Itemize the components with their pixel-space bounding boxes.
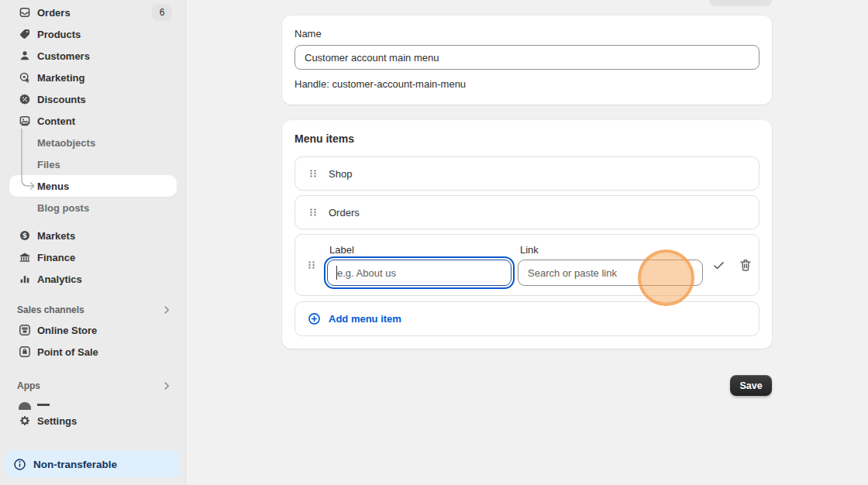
menu-items-title: Menu items (294, 132, 760, 145)
discounts-icon (19, 93, 31, 105)
link-input[interactable] (518, 260, 703, 286)
confirm-menu-item-button[interactable] (712, 259, 725, 272)
pos-icon (19, 346, 31, 358)
sidebar-item-label: Finance (37, 252, 75, 263)
sidebar-item-label: Analytics (37, 273, 82, 285)
products-icon (19, 28, 31, 40)
sidebar-item-label: Files (37, 159, 60, 170)
apps-label: Apps (17, 380, 40, 391)
main-content: Name Handle: customer-account-main-menu … (187, 0, 868, 485)
sidebar-item-orders[interactable]: Orders 6 (9, 2, 177, 23)
sidebar-item-label: Online Store (37, 325, 97, 336)
partial-top-button[interactable] (709, 0, 772, 6)
sidebar-item-label: Discounts (37, 94, 86, 105)
label-field-group: Label (327, 244, 512, 286)
settings-icon (19, 414, 31, 427)
handle-text: Handle: customer-account-main-menu (294, 78, 760, 90)
save-button[interactable]: Save (730, 375, 772, 396)
sidebar-item-label: Settings (37, 415, 77, 427)
link-field-label: Link (520, 244, 703, 256)
delete-menu-item-button[interactable] (739, 258, 753, 273)
sales-channels-header[interactable]: Sales channels (9, 301, 177, 319)
sidebar-item-analytics[interactable]: Analytics (9, 268, 177, 290)
info-icon (13, 458, 26, 471)
editor-actions (712, 258, 753, 273)
app-icon (19, 402, 31, 410)
non-transferable-label: Non-transferable (33, 459, 117, 470)
sidebar-item-label: Orders (37, 7, 71, 19)
drag-handle-icon[interactable] (306, 259, 317, 271)
sidebar-item-customers[interactable]: Customers (9, 45, 177, 67)
sidebar-item-finance[interactable]: Finance (9, 246, 177, 268)
sidebar-item-label: Marketing (37, 72, 84, 84)
sidebar-item-metaobjects[interactable]: Metaobjects (9, 132, 177, 153)
sidebar-item-marketing[interactable]: Marketing (9, 67, 177, 88)
online-store-icon (19, 324, 31, 336)
link-field-group: Link (518, 244, 703, 286)
trash-icon (739, 258, 753, 273)
sidebar-item-point-of-sale[interactable]: Point of Sale (9, 341, 177, 363)
menu-item-label: Shop (329, 168, 352, 180)
chevron-right-icon (161, 380, 172, 391)
menu-item-row[interactable]: Orders (294, 195, 760, 229)
sidebar-item-label: Blog posts (37, 202, 89, 214)
sidebar-item-label: Products (37, 29, 81, 40)
new-menu-item-editor-row: Label Link (294, 234, 760, 296)
menu-item-row[interactable]: Shop (294, 157, 760, 191)
add-menu-item-label: Add menu item (329, 313, 401, 325)
name-card: Name Handle: customer-account-main-menu (282, 15, 772, 105)
apps-header[interactable]: Apps (9, 377, 177, 395)
text-cursor (336, 266, 337, 280)
clipped-app-item[interactable] (9, 397, 177, 410)
add-menu-item-button[interactable]: Add menu item (294, 301, 760, 336)
drag-handle-icon[interactable] (308, 206, 319, 218)
sidebar-item-settings[interactable]: Settings (9, 410, 177, 432)
sidebar-item-menus[interactable]: Menus (9, 175, 177, 197)
sidebar-item-files[interactable]: Files (9, 153, 177, 175)
sidebar-item-discounts[interactable]: Discounts (9, 88, 177, 110)
customers-icon (19, 50, 31, 62)
svg-text:$: $ (22, 232, 27, 239)
non-transferable-badge[interactable]: Non-transferable (4, 450, 180, 478)
sidebar-spacer (0, 290, 185, 301)
name-field-label: Name (294, 28, 760, 40)
sidebar-spacer (0, 218, 185, 225)
menu-item-label: Orders (329, 207, 360, 218)
plus-circle-icon (308, 312, 321, 325)
orders-icon (19, 6, 31, 19)
label-field-label: Label (329, 244, 512, 256)
sales-channels-label: Sales channels (17, 304, 84, 315)
drag-handle-icon[interactable] (308, 167, 319, 180)
editor-fields: Label Link (327, 244, 703, 286)
sidebar-item-label: Metaobjects (37, 137, 95, 149)
sidebar-item-label: Menus (37, 181, 69, 192)
menu-name-input[interactable] (294, 45, 760, 70)
sidebar: Orders 6 Products Customers Marketing Di… (0, 0, 186, 485)
marketing-icon (19, 71, 31, 84)
sidebar-item-label: Content (37, 115, 75, 127)
sidebar-item-content[interactable]: Content (9, 110, 177, 132)
sidebar-item-online-store[interactable]: Online Store (9, 319, 177, 341)
sidebar-item-markets[interactable]: $ Markets (9, 225, 177, 246)
content-icon (19, 115, 31, 127)
sidebar-item-blog-posts[interactable]: Blog posts (9, 197, 177, 218)
sidebar-item-products[interactable]: Products (9, 23, 177, 45)
chevron-right-icon (161, 304, 172, 315)
sidebar-spacer (0, 363, 185, 377)
analytics-icon (19, 273, 31, 285)
label-input[interactable] (327, 260, 512, 286)
menu-items-card: Menu items Shop Orders Label (282, 120, 772, 349)
clipped-app-label (37, 404, 50, 410)
orders-count-badge: 6 (152, 4, 172, 21)
finance-icon (19, 251, 31, 263)
markets-icon: $ (19, 229, 31, 242)
sidebar-item-label: Markets (37, 230, 75, 242)
sidebar-item-label: Customers (37, 50, 90, 62)
sidebar-item-label: Point of Sale (37, 346, 98, 358)
check-icon (712, 259, 725, 272)
